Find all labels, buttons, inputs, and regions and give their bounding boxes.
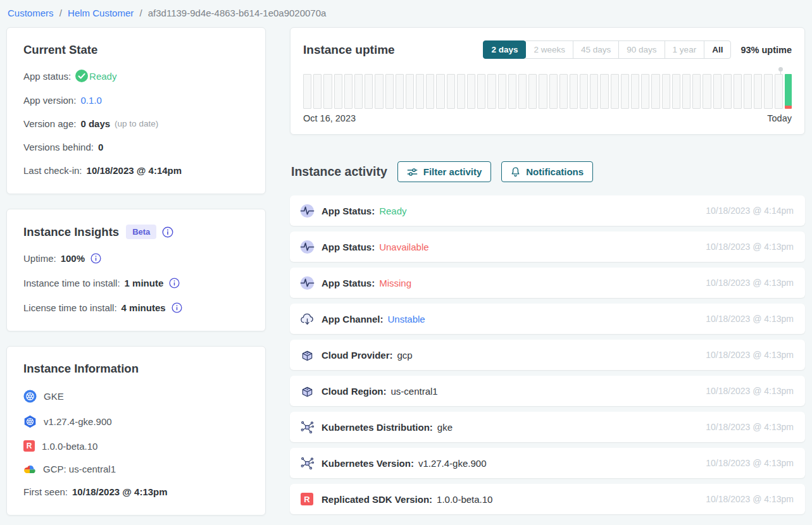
activity-value: us-central1 (390, 386, 437, 397)
page-layout: Current State App status: Ready App vers… (0, 25, 812, 520)
range-button-2-days[interactable]: 2 days (483, 40, 526, 59)
uptime-bar-empty[interactable] (631, 74, 639, 109)
activity-label: App Channel: (322, 314, 384, 324)
range-button-90-days[interactable]: 90 days (618, 40, 665, 59)
uptime-bar-empty[interactable] (713, 74, 721, 109)
activity-value: gke (437, 422, 453, 433)
uptime-bar-empty[interactable] (692, 74, 701, 109)
uptime-bar-empty[interactable] (559, 74, 568, 109)
uptime-bar-empty[interactable] (457, 74, 465, 109)
activity-timestamp: 10/18/2023 @ 4:13pm (706, 278, 794, 288)
uptime-bar-empty[interactable] (406, 74, 414, 109)
uptime-bar-empty[interactable] (662, 74, 670, 109)
uptime-bar-empty[interactable] (344, 74, 353, 109)
uptime-bar-empty[interactable] (744, 74, 752, 109)
breadcrumb-link-customers[interactable]: Customers (8, 8, 54, 18)
uptime-bar-empty[interactable] (447, 74, 455, 109)
uptime-bar-empty[interactable] (539, 74, 547, 109)
uptime-bar-empty[interactable] (590, 74, 598, 109)
uptime-bar-empty[interactable] (775, 74, 783, 109)
info-icon[interactable] (169, 278, 180, 288)
uptime-bar-empty[interactable] (528, 74, 537, 109)
time-range-selector: 2 days 2 weeks 45 days 90 days 1 year Al… (483, 40, 731, 59)
app-status-icon (298, 203, 316, 219)
range-button-45-days[interactable]: 45 days (573, 40, 619, 59)
uptime-bar-empty[interactable] (303, 74, 311, 109)
current-state-title: Current State (23, 43, 249, 57)
activity-timestamp: 10/18/2023 @ 4:13pm (706, 422, 794, 432)
uptime-title: Instance uptime (303, 43, 395, 57)
uptime-bar-empty[interactable] (621, 74, 629, 109)
uptime-bar-empty[interactable] (487, 74, 496, 109)
activity-timestamp: 10/18/2023 @ 4:13pm (706, 242, 794, 252)
activity-row: Kubernetes Distribution: gke 10/18/2023 … (290, 412, 805, 442)
gcp-icon (23, 464, 36, 474)
instance-insights-title: Instance Insights Beta (23, 225, 249, 239)
uptime-bar-empty[interactable] (580, 74, 588, 109)
uptime-bar-empty[interactable] (416, 74, 424, 109)
current-state-card: Current State App status: Ready App vers… (6, 27, 266, 194)
k8s-version-value: v1.27.4-gke.900 (44, 416, 112, 427)
breadcrumb-link-customer[interactable]: Helm Customer (68, 8, 134, 18)
activity-row: App Channel: Unstable 10/18/2023 @ 4:13p… (290, 304, 805, 334)
current-time-marker-line (780, 71, 781, 74)
uptime-bar-empty[interactable] (334, 74, 342, 109)
range-button-2-weeks[interactable]: 2 weeks (525, 40, 573, 59)
info-icon[interactable] (172, 302, 182, 313)
app-version-label: App version: (23, 95, 76, 106)
uptime-bar-empty[interactable] (600, 74, 608, 109)
kubernetes-icon (23, 415, 37, 428)
uptime-bar-empty[interactable] (365, 74, 373, 109)
notifications-button[interactable]: Notifications (501, 161, 593, 182)
uptime-label: Uptime: (23, 253, 56, 264)
uptime-bar-empty[interactable] (570, 74, 578, 109)
cloud-provider-value: GCP: us-central1 (43, 464, 116, 474)
uptime-bar-empty[interactable] (723, 74, 732, 109)
uptime-bar-empty[interactable] (764, 74, 772, 109)
gke-icon (23, 390, 37, 403)
uptime-bar-empty[interactable] (477, 74, 485, 109)
uptime-bar-empty[interactable] (549, 74, 558, 109)
instance-information-title: Instance Information (23, 362, 249, 376)
uptime-bar-empty[interactable] (518, 74, 527, 109)
uptime-bar-empty[interactable] (498, 74, 506, 109)
info-icon[interactable] (162, 226, 173, 238)
uptime-bar-current[interactable] (785, 74, 792, 109)
version-age-row: Version age: 0 days (up to date) (23, 118, 249, 129)
uptime-bar-empty[interactable] (682, 74, 690, 109)
uptime-bar-empty[interactable] (651, 74, 659, 109)
uptime-bar-empty[interactable] (703, 74, 711, 109)
range-button-all[interactable]: All (704, 40, 731, 59)
uptime-bar-empty[interactable] (754, 74, 762, 109)
uptime-bar-empty[interactable] (508, 74, 516, 109)
uptime-bar-empty[interactable] (734, 74, 742, 109)
uptime-bar-empty[interactable] (672, 74, 680, 109)
instance-information-card: Instance Information GKE v1.27.4-gke.900… (6, 346, 266, 516)
uptime-bar-empty[interactable] (375, 74, 383, 109)
versions-behind-value: 0 (98, 142, 103, 152)
instance-install-value: 1 minute (125, 278, 164, 288)
uptime-bar-empty[interactable] (436, 74, 444, 109)
activity-timestamp: 10/18/2023 @ 4:13pm (706, 386, 794, 396)
axis-end-label: Today (767, 113, 792, 123)
uptime-bar-empty[interactable] (385, 74, 394, 109)
uptime-bar-empty[interactable] (396, 74, 404, 109)
app-status-label: App status: (23, 71, 71, 82)
uptime-bar-empty[interactable] (323, 74, 332, 109)
uptime-bar-empty[interactable] (611, 74, 619, 109)
activity-value: Unstable (388, 314, 425, 324)
uptime-bar-empty[interactable] (354, 74, 363, 109)
activity-value: Missing (379, 278, 411, 288)
filter-activity-button[interactable]: Filter activity (397, 161, 492, 182)
version-age-label: Version age: (23, 118, 76, 129)
uptime-bar-empty[interactable] (641, 74, 649, 109)
activity-title: Instance activity (291, 164, 387, 179)
range-button-1-year[interactable]: 1 year (665, 40, 705, 59)
uptime-bar-empty[interactable] (426, 74, 434, 109)
uptime-bar-empty[interactable] (313, 74, 322, 109)
activity-value: gcp (397, 350, 413, 361)
uptime-bar-empty[interactable] (467, 74, 475, 109)
info-icon[interactable] (91, 253, 101, 264)
replicated-icon: R (298, 493, 316, 505)
app-version-link[interactable]: 0.1.0 (80, 95, 101, 106)
